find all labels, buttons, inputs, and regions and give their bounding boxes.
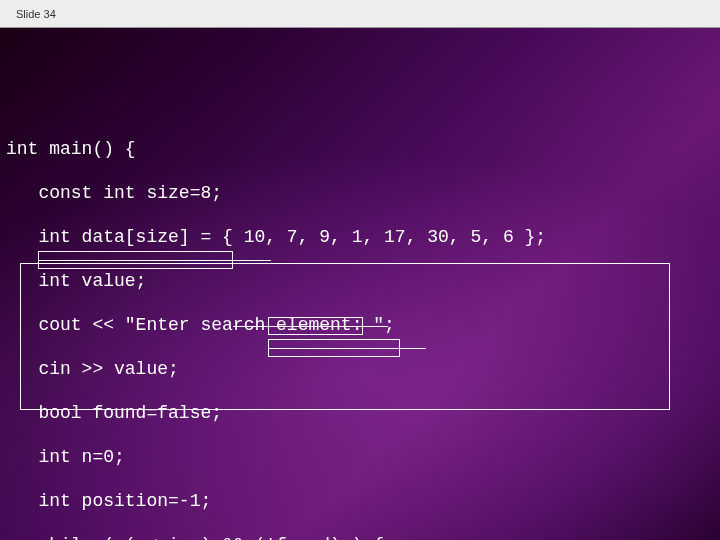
- code-line: int main() {: [6, 138, 720, 160]
- slide-container: Slide 34 int main() { const int size=8; …: [0, 0, 720, 540]
- code-line: bool found=false;: [6, 402, 720, 424]
- slide-header-bar: Slide 34: [0, 0, 720, 28]
- code-line: int position=-1;: [6, 490, 720, 512]
- code-line: int data[size] = { 10, 7, 9, 1, 17, 30, …: [6, 226, 720, 248]
- code-line: cin >> value;: [6, 358, 720, 380]
- slide-number-label: Slide 34: [16, 8, 56, 20]
- code-line: int n=0;: [6, 446, 720, 468]
- code-line: cout << "Enter search element: ";: [6, 314, 720, 336]
- code-line: const int size=8;: [6, 182, 720, 204]
- code-line: int value;: [6, 270, 720, 292]
- code-line: while ( (n<size) && (!found) ) {: [6, 534, 720, 540]
- code-block: int main() { const int size=8; int data[…: [6, 116, 720, 540]
